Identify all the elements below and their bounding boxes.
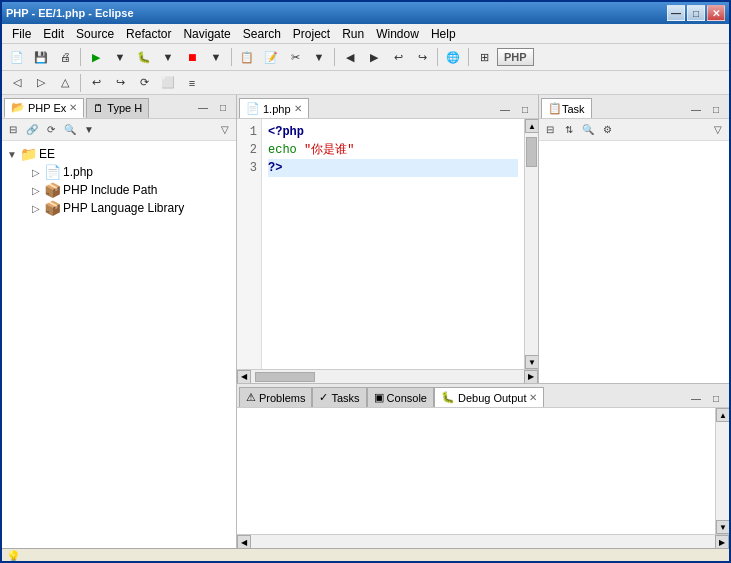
maximize-button[interactable]: □	[687, 5, 705, 21]
toolbar-extra1[interactable]: ⬜	[157, 72, 179, 94]
editor-tab-icon: 📄	[246, 102, 260, 115]
bottom-minimize[interactable]: —	[687, 389, 705, 407]
tab-type-hierarchy[interactable]: 🗒 Type H	[86, 98, 149, 118]
bottom-hscroll-track[interactable]	[251, 535, 715, 548]
bottom-maximize[interactable]: □	[707, 389, 725, 407]
debug-dropdown[interactable]: ▼	[157, 46, 179, 68]
tab-tasks[interactable]: ✓ Tasks	[312, 387, 366, 407]
hscroll-thumb[interactable]	[255, 372, 315, 382]
toolbar-extra2[interactable]: ≡	[181, 72, 203, 94]
undo-button[interactable]: ↩	[85, 72, 107, 94]
scroll-track[interactable]	[525, 133, 538, 355]
editor-minimize[interactable]: —	[496, 100, 514, 118]
main-layout: 📂 PHP Ex ✕ 🗒 Type H — □ ⊟ 🔗 ⟳ 🔍 ▼ ▽	[2, 95, 729, 548]
type-h-label: Type H	[107, 102, 142, 114]
stop-dropdown[interactable]: ▼	[205, 46, 227, 68]
hscroll-track[interactable]	[251, 371, 524, 383]
debug-output-close[interactable]: ✕	[529, 392, 537, 403]
editor-hscroll[interactable]: ◀ ▶	[237, 369, 538, 383]
editor-tab-close[interactable]: ✕	[294, 103, 302, 114]
menu-window[interactable]: Window	[370, 25, 425, 43]
task-extra[interactable]: ⚙	[598, 121, 616, 139]
stop-button[interactable]: ⏹	[181, 46, 203, 68]
left-panel-minimize[interactable]: —	[194, 99, 212, 117]
task-sync[interactable]: ⊟	[541, 121, 559, 139]
toolbar-btn4[interactable]: ▼	[308, 46, 330, 68]
run-button[interactable]: ▶	[85, 46, 107, 68]
toolbar-btn8[interactable]: ↪	[411, 46, 433, 68]
tab-php-explorer[interactable]: 📂 PHP Ex ✕	[4, 98, 84, 118]
task-sort[interactable]: ⇅	[560, 121, 578, 139]
task-panel-minimize[interactable]: —	[687, 100, 705, 118]
toolbar-btn7[interactable]: ↩	[387, 46, 409, 68]
editor-maximize[interactable]: □	[516, 100, 534, 118]
toolbar-btn6[interactable]: ▶	[363, 46, 385, 68]
run-dropdown[interactable]: ▼	[109, 46, 131, 68]
toolbar-btn5[interactable]: ◀	[339, 46, 361, 68]
copy-button[interactable]: 📋	[236, 46, 258, 68]
refresh-button[interactable]: ⟳	[42, 121, 60, 139]
menu-file[interactable]: File	[6, 25, 37, 43]
tree-item-include-path[interactable]: ▷ 📦 PHP Include Path	[2, 181, 236, 199]
task-menu[interactable]: ▽	[709, 121, 727, 139]
print-button[interactable]: 🖨	[54, 46, 76, 68]
left-panel-maximize[interactable]: □	[214, 99, 232, 117]
paste-button[interactable]: 📝	[260, 46, 282, 68]
bottom-hscroll[interactable]: ◀ ▶	[237, 534, 729, 548]
new-button[interactable]: 📄	[6, 46, 28, 68]
bottom-scroll-up[interactable]: ▲	[716, 408, 730, 422]
left-panel-toolbar: ⊟ 🔗 ⟳ 🔍 ▼ ▽	[2, 119, 236, 141]
tab-task[interactable]: 📋 Task	[541, 98, 592, 118]
task-panel-maximize[interactable]: □	[707, 100, 725, 118]
menu-project[interactable]: Project	[287, 25, 336, 43]
hscroll-right[interactable]: ▶	[524, 370, 538, 384]
bottom-hscroll-right[interactable]: ▶	[715, 535, 729, 549]
scroll-down[interactable]: ▼	[525, 355, 538, 369]
link-button[interactable]: 🔗	[23, 121, 41, 139]
save-button[interactable]: 💾	[30, 46, 52, 68]
up-button[interactable]: △	[54, 72, 76, 94]
php-explorer-close[interactable]: ✕	[69, 102, 77, 113]
tab-debug-output[interactable]: 🐛 Debug Output ✕	[434, 387, 545, 407]
menu-help[interactable]: Help	[425, 25, 462, 43]
bottom-hscroll-left[interactable]: ◀	[237, 535, 251, 549]
open-perspective[interactable]: ⊞	[473, 46, 495, 68]
editor-tab-bar: 📄 1.php ✕ — □	[237, 95, 538, 119]
sync-button[interactable]: ⟳	[133, 72, 155, 94]
menu-btn-left[interactable]: ▼	[80, 121, 98, 139]
toolbar-btn3[interactable]: ✂	[284, 46, 306, 68]
scroll-thumb[interactable]	[526, 137, 537, 167]
tree-item-lang-lib[interactable]: ▷ 📦 PHP Language Library	[2, 199, 236, 217]
task-filter[interactable]: 🔍	[579, 121, 597, 139]
tree-item-ee[interactable]: ▼ 📁 EE	[2, 145, 236, 163]
editor-vscroll[interactable]: ▲ ▼	[524, 119, 538, 369]
hscroll-left[interactable]: ◀	[237, 370, 251, 384]
collapse-all-button[interactable]: ⊟	[4, 121, 22, 139]
back-button[interactable]: ◁	[6, 72, 28, 94]
debug-button[interactable]: 🐛	[133, 46, 155, 68]
menu-edit[interactable]: Edit	[37, 25, 70, 43]
scroll-up[interactable]: ▲	[525, 119, 538, 133]
menu-navigate[interactable]: Navigate	[177, 25, 236, 43]
redo-button[interactable]: ↪	[109, 72, 131, 94]
tab-console[interactable]: ▣ Console	[367, 387, 434, 407]
bottom-vscroll[interactable]: ▲ ▼	[715, 408, 729, 534]
php-perspective[interactable]: PHP	[497, 48, 534, 66]
menu-run[interactable]: Run	[336, 25, 370, 43]
menu-source[interactable]: Source	[70, 25, 120, 43]
filter-button[interactable]: 🔍	[61, 121, 79, 139]
menu-search[interactable]: Search	[237, 25, 287, 43]
tab-problems[interactable]: ⚠ Problems	[239, 387, 312, 407]
code-editor[interactable]: <?php echo "你是谁" ?>	[262, 119, 524, 369]
view-menu-btn[interactable]: ▽	[216, 121, 234, 139]
tree-item-1php[interactable]: ▷ 📄 1.php	[2, 163, 236, 181]
bottom-scroll-track[interactable]	[716, 422, 729, 520]
line-num-3: 3	[241, 159, 257, 177]
bottom-scroll-down[interactable]: ▼	[716, 520, 730, 534]
forward-button[interactable]: ▷	[30, 72, 52, 94]
minimize-button[interactable]: —	[667, 5, 685, 21]
editor-tab-1php[interactable]: 📄 1.php ✕	[239, 98, 309, 118]
globe-button[interactable]: 🌐	[442, 46, 464, 68]
menu-refactor[interactable]: Refactor	[120, 25, 177, 43]
close-button[interactable]: ✕	[707, 5, 725, 21]
